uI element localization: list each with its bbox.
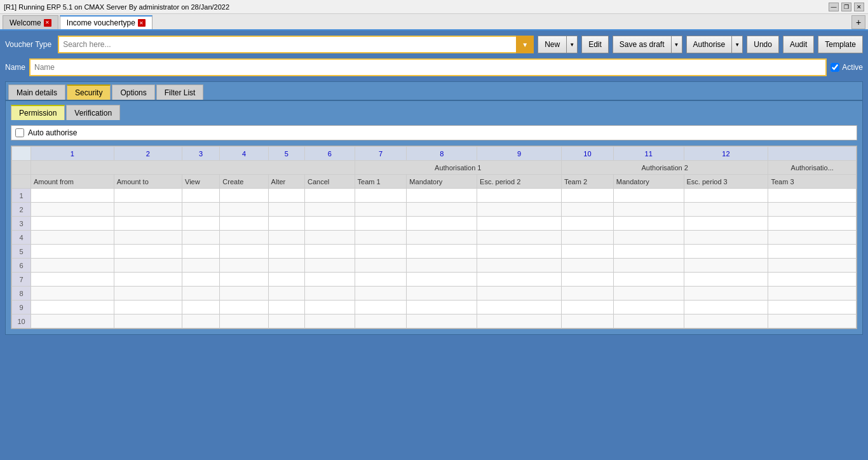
- table-cell[interactable]: [268, 189, 304, 203]
- table-cell[interactable]: [613, 217, 684, 231]
- sub-tab-permission[interactable]: Permission: [11, 105, 65, 120]
- table-cell[interactable]: [355, 259, 407, 273]
- table-cell[interactable]: [114, 273, 182, 287]
- table-cell[interactable]: [114, 287, 182, 301]
- table-cell[interactable]: [561, 259, 613, 273]
- table-cell[interactable]: [268, 301, 304, 315]
- voucher-type-dropdown-button[interactable]: [516, 36, 534, 53]
- name-input[interactable]: [29, 58, 827, 76]
- table-cell[interactable]: [613, 287, 684, 301]
- table-cell[interactable]: [31, 273, 114, 287]
- table-cell[interactable]: [613, 273, 684, 287]
- new-button[interactable]: New: [538, 36, 566, 53]
- table-cell[interactable]: [220, 273, 268, 287]
- table-cell[interactable]: [768, 301, 857, 315]
- table-cell[interactable]: [407, 217, 477, 231]
- table-cell[interactable]: [31, 259, 114, 273]
- table-cell[interactable]: [268, 231, 304, 245]
- table-cell[interactable]: [220, 189, 268, 203]
- table-cell[interactable]: [407, 189, 477, 203]
- table-cell[interactable]: [114, 189, 182, 203]
- table-cell[interactable]: [220, 245, 268, 259]
- audit-button[interactable]: Audit: [783, 36, 814, 53]
- table-cell[interactable]: [220, 203, 268, 217]
- tab-filter-list[interactable]: Filter List: [156, 85, 204, 100]
- undo-button[interactable]: Undo: [747, 36, 779, 53]
- table-cell[interactable]: [268, 245, 304, 259]
- table-cell[interactable]: [305, 315, 355, 328]
- table-cell[interactable]: [268, 217, 304, 231]
- table-cell[interactable]: [407, 287, 477, 301]
- table-cell[interactable]: [182, 189, 220, 203]
- table-cell[interactable]: [182, 287, 220, 301]
- restore-button[interactable]: ❐: [841, 3, 851, 11]
- table-cell[interactable]: [561, 273, 613, 287]
- table-cell[interactable]: [305, 287, 355, 301]
- table-cell[interactable]: [684, 217, 768, 231]
- table-cell[interactable]: [561, 189, 613, 203]
- table-cell[interactable]: [31, 301, 114, 315]
- table-cell[interactable]: [355, 315, 407, 328]
- table-cell[interactable]: [355, 217, 407, 231]
- table-cell[interactable]: [684, 231, 768, 245]
- table-cell[interactable]: [220, 301, 268, 315]
- table-cell[interactable]: [768, 245, 857, 259]
- table-cell[interactable]: [355, 287, 407, 301]
- table-cell[interactable]: [684, 259, 768, 273]
- table-cell[interactable]: [407, 315, 477, 328]
- table-cell[interactable]: [114, 231, 182, 245]
- table-cell[interactable]: [613, 245, 684, 259]
- table-cell[interactable]: [114, 203, 182, 217]
- table-cell[interactable]: [305, 245, 355, 259]
- save-as-draft-button-arrow[interactable]: ▼: [671, 36, 682, 53]
- table-cell[interactable]: [114, 301, 182, 315]
- table-cell[interactable]: [477, 301, 562, 315]
- tab-security[interactable]: Security: [67, 85, 111, 100]
- table-cell[interactable]: [182, 217, 220, 231]
- table-cell[interactable]: [477, 315, 562, 328]
- table-cell[interactable]: [355, 301, 407, 315]
- table-cell[interactable]: [268, 287, 304, 301]
- table-cell[interactable]: [355, 231, 407, 245]
- table-cell[interactable]: [355, 245, 407, 259]
- table-cell[interactable]: [31, 231, 114, 245]
- table-cell[interactable]: [561, 203, 613, 217]
- table-cell[interactable]: [407, 273, 477, 287]
- table-cell[interactable]: [182, 301, 220, 315]
- sub-tab-verification[interactable]: Verification: [66, 105, 120, 120]
- table-cell[interactable]: [31, 245, 114, 259]
- table-cell[interactable]: [182, 245, 220, 259]
- add-tab-button[interactable]: +: [851, 15, 865, 29]
- table-cell[interactable]: [768, 203, 857, 217]
- table-cell[interactable]: [114, 217, 182, 231]
- tab-income-vouchertype[interactable]: Income vouchertype ✕: [60, 15, 153, 29]
- table-cell[interactable]: [477, 287, 562, 301]
- tab-income-vouchertype-close[interactable]: ✕: [138, 19, 146, 27]
- table-cell[interactable]: [684, 245, 768, 259]
- table-cell[interactable]: [768, 231, 857, 245]
- tab-welcome[interactable]: Welcome ✕: [3, 15, 58, 29]
- permission-grid[interactable]: 1 2 3 4 5 6 7 8 9 10 11 12: [11, 145, 857, 329]
- table-cell[interactable]: [613, 203, 684, 217]
- minimize-button[interactable]: —: [829, 3, 839, 11]
- table-cell[interactable]: [407, 203, 477, 217]
- table-cell[interactable]: [355, 273, 407, 287]
- table-cell[interactable]: [114, 315, 182, 328]
- table-cell[interactable]: [684, 203, 768, 217]
- table-cell[interactable]: [355, 203, 407, 217]
- authorise-button[interactable]: Authorise: [686, 36, 732, 53]
- table-cell[interactable]: [477, 245, 562, 259]
- table-cell[interactable]: [182, 259, 220, 273]
- tab-welcome-close[interactable]: ✕: [44, 19, 51, 27]
- table-cell[interactable]: [31, 315, 114, 328]
- table-cell[interactable]: [220, 287, 268, 301]
- tab-options[interactable]: Options: [112, 85, 154, 100]
- save-as-draft-button[interactable]: Save as draft: [613, 36, 671, 53]
- table-cell[interactable]: [768, 287, 857, 301]
- table-cell[interactable]: [407, 259, 477, 273]
- table-cell[interactable]: [268, 273, 304, 287]
- table-cell[interactable]: [613, 259, 684, 273]
- table-cell[interactable]: [684, 287, 768, 301]
- authorise-button-arrow[interactable]: ▼: [731, 36, 743, 53]
- table-cell[interactable]: [407, 301, 477, 315]
